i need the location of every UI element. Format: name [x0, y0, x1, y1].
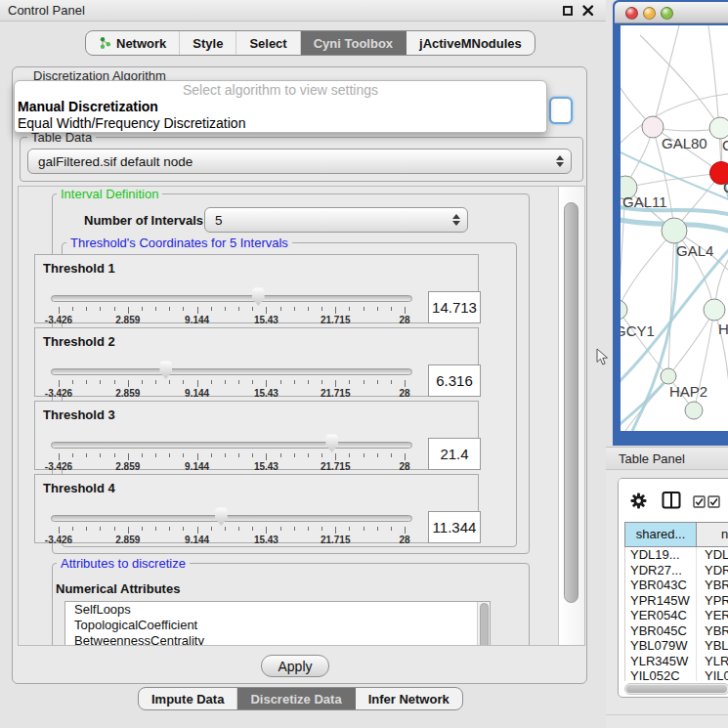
- slider-tick: [100, 307, 101, 311]
- slider-tick: [169, 307, 170, 311]
- slider-tick: [100, 380, 101, 384]
- slider-tick: [321, 307, 322, 311]
- close-traffic-light[interactable]: [625, 7, 638, 20]
- slider-tick: [155, 380, 156, 384]
- network-node-gcy1[interactable]: [621, 300, 627, 320]
- slider-thumb[interactable]: [251, 287, 266, 306]
- attribute-list-item[interactable]: TopologicalCoefficient: [65, 618, 490, 633]
- slider-tick: [321, 380, 322, 384]
- dropdown-option-equal[interactable]: Equal Width/Frequency Discretization: [15, 115, 546, 132]
- table-row[interactable]: YLR345WYLR3: [625, 654, 728, 669]
- checkbox-icon[interactable]: [693, 495, 706, 508]
- slider-track[interactable]: [51, 442, 412, 449]
- table-row[interactable]: YBL079WYBL0: [625, 638, 728, 654]
- tab-style[interactable]: Style: [180, 31, 236, 55]
- slider-tick: [114, 380, 115, 384]
- slider-tick-label: 2.859: [107, 461, 150, 472]
- slider-track[interactable]: [51, 368, 412, 375]
- threshold-value-field[interactable]: 14.713: [428, 291, 481, 323]
- number-of-intervals-combo[interactable]: 5: [204, 207, 468, 233]
- slider-thumb[interactable]: [214, 507, 229, 526]
- network-node-hap2[interactable]: [661, 368, 676, 384]
- table-hscrollbar[interactable]: [624, 683, 728, 695]
- network-node-label: C: [723, 179, 728, 195]
- slider-tick-label: 9.144: [176, 461, 219, 472]
- network-node-gal4[interactable]: [662, 218, 687, 243]
- interval-definition-title: Interval Definition: [57, 188, 162, 200]
- slider-tick: [72, 307, 73, 311]
- column-view-icon[interactable]: [662, 491, 681, 510]
- attribute-list-item[interactable]: SelfLoops: [65, 602, 490, 618]
- apply-button[interactable]: Apply: [261, 655, 329, 677]
- slider-tick: [391, 527, 392, 531]
- float-window-icon[interactable]: [563, 6, 573, 16]
- network-canvas[interactable]: GAL80GACGAL11GAL4GCY1HHAP2: [621, 25, 728, 431]
- settings-scrollbar[interactable]: [558, 187, 584, 645]
- attributes-scrollbar-thumb[interactable]: [480, 603, 489, 646]
- cell-name: YPR1: [697, 593, 728, 609]
- slider-tick: [252, 453, 253, 457]
- network-edge: [653, 25, 679, 127]
- minimize-traffic-light[interactable]: [643, 7, 656, 20]
- slider-tick: [252, 307, 253, 311]
- table-row[interactable]: YDL19...YDL1: [625, 547, 728, 563]
- zoom-traffic-light[interactable]: [661, 7, 673, 20]
- slider-thumb[interactable]: [324, 434, 339, 452]
- tab-network[interactable]: Network: [86, 31, 180, 55]
- network-window-titlebar: [615, 2, 728, 23]
- slider-tick: [197, 453, 198, 460]
- tab-infer-network[interactable]: Infer Network: [356, 688, 462, 709]
- table-header-row: shared... na: [624, 522, 728, 547]
- tab-jactivemnodules[interactable]: jActiveMNodules: [407, 31, 535, 55]
- slider-track[interactable]: [51, 515, 412, 522]
- table-header-name[interactable]: na: [697, 523, 728, 546]
- table-row[interactable]: YBR043CYBR0: [625, 578, 728, 593]
- close-icon[interactable]: [581, 4, 595, 18]
- slider-tick: [405, 307, 406, 314]
- tab-cyni-toolbox[interactable]: Cyni Toolbox: [301, 31, 407, 55]
- table-row[interactable]: YER054CYER0: [625, 608, 728, 623]
- mouse-cursor: [596, 348, 609, 370]
- table-row[interactable]: YIL052CYIL0: [625, 668, 728, 681]
- table-data-combo[interactable]: galFiltered.sif default node: [27, 149, 572, 174]
- network-node-unlabeled[interactable]: [685, 402, 703, 419]
- slider-tick: [169, 453, 170, 457]
- tab-select[interactable]: Select: [236, 31, 300, 55]
- slider-tick-label: 9.144: [176, 315, 219, 325]
- slider-tick: [266, 307, 267, 314]
- slider-tick: [197, 307, 198, 314]
- slider-track[interactable]: [51, 295, 412, 302]
- threshold-value-field[interactable]: 6.316: [428, 364, 481, 397]
- tab-impute-data[interactable]: Impute Data: [139, 688, 237, 709]
- threshold-value-field[interactable]: 11.344: [428, 511, 481, 543]
- tab-discretize-data[interactable]: Discretize Data: [237, 688, 355, 709]
- network-edge: [708, 25, 721, 173]
- slider-tick: [155, 307, 156, 311]
- gear-icon[interactable]: [629, 492, 648, 510]
- network-node-ga[interactable]: [709, 117, 728, 139]
- table-row[interactable]: YBR045CYBR0: [625, 623, 728, 639]
- table-hscrollbar-thumb[interactable]: [626, 685, 727, 693]
- checkbox-icon[interactable]: [707, 495, 720, 508]
- network-node-gal80[interactable]: [642, 116, 664, 138]
- algorithm-combo-focus-ring[interactable]: [549, 97, 573, 124]
- threshold-value-field[interactable]: 21.4: [428, 438, 481, 470]
- slider-tick: [183, 380, 184, 384]
- dropdown-option-manual[interactable]: Manual Discretization: [15, 99, 546, 115]
- slider-tick: [252, 380, 253, 384]
- slider-tick: [238, 453, 239, 457]
- attributes-scrollbar[interactable]: [477, 602, 490, 646]
- table-header-shared[interactable]: shared...: [625, 523, 697, 546]
- slider-tick: [128, 307, 129, 314]
- attribute-list-item[interactable]: BetweennessCentrality: [65, 633, 490, 646]
- top-tab-bar: NetworkStyleSelectCyni ToolboxjActiveMNo…: [85, 30, 535, 56]
- settings-scrollbar-thumb[interactable]: [564, 202, 578, 603]
- slider-tick-label: 15.43: [244, 388, 287, 399]
- slider-tick: [321, 453, 322, 457]
- network-node-h[interactable]: [704, 299, 725, 321]
- table-row[interactable]: YPR145WYPR1: [625, 593, 728, 609]
- table-row[interactable]: YDR27...YDR2: [625, 563, 728, 578]
- threshold-row-1: Threshold 1-3.4262.8599.14415.4321.71528…: [34, 254, 479, 323]
- slider-thumb[interactable]: [158, 361, 173, 379]
- slider-tick: [364, 380, 364, 384]
